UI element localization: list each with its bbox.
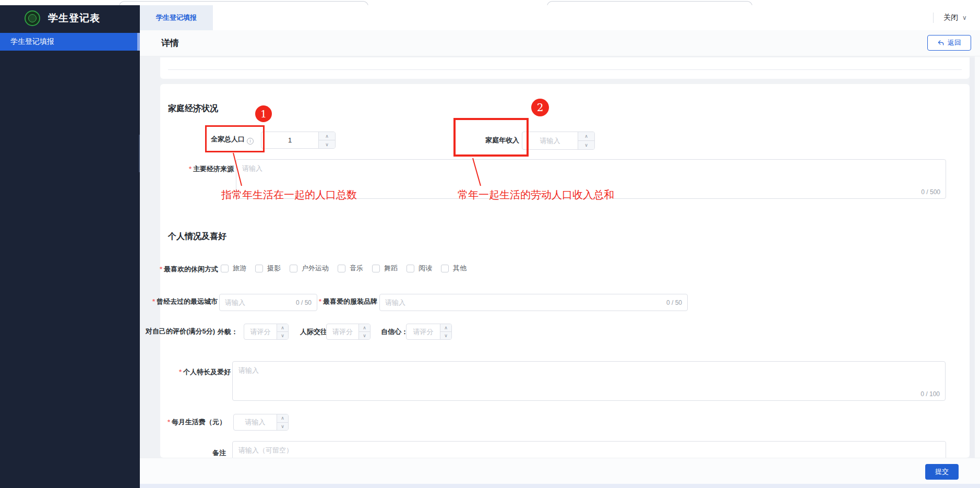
favorite-brand-input[interactable]: 请输入 0 / 50 xyxy=(379,294,688,311)
checkbox-icon[interactable] xyxy=(407,265,414,272)
checkbox-icon[interactable] xyxy=(255,265,263,272)
previous-section-card xyxy=(160,57,970,79)
checkbox-icon[interactable] xyxy=(441,265,449,272)
income-source-placeholder: 请输入 xyxy=(242,164,262,173)
rating-confidence-label: 自信心： xyxy=(381,327,408,337)
rating-social-input[interactable]: 请评分 ∧ ∨ xyxy=(326,324,371,340)
tab-label: 学生登记填报 xyxy=(156,13,197,22)
required-mark: * xyxy=(168,418,170,426)
favorite-brand-placeholder: 请输入 xyxy=(385,298,666,307)
monthly-expense-input[interactable]: 请输入 ∧ ∨ xyxy=(233,414,289,431)
increment-icon[interactable]: ∧ xyxy=(359,324,370,332)
footer-bar: 提交 xyxy=(140,458,980,484)
decrement-icon[interactable]: ∨ xyxy=(277,332,288,339)
rating-confidence-input[interactable]: 请评分 ∧ ∨ xyxy=(406,324,452,340)
annual-income-spinner: ∧ ∨ xyxy=(578,132,594,149)
page-gutter xyxy=(975,56,980,458)
remark-placeholder: 请输入（可留空） xyxy=(238,446,293,455)
rating-appearance-placeholder[interactable]: 请评分 xyxy=(244,324,277,339)
increment-icon[interactable]: ∧ xyxy=(440,324,451,332)
remark-textarea-clip: 请输入（可留空） xyxy=(232,441,946,458)
sidebar-item-label: 学生登记填报 xyxy=(10,37,54,46)
rating-appearance-input[interactable]: 请评分 ∧ ∨ xyxy=(244,324,289,340)
footer-strip xyxy=(140,484,980,488)
rating-confidence-placeholder[interactable]: 请评分 xyxy=(407,324,440,339)
leisure-checkbox-item[interactable]: 户外运动 xyxy=(290,264,329,273)
talents-textarea[interactable]: 请输入 0 / 100 xyxy=(232,361,946,401)
section-title-personal: 个人情况及喜好 xyxy=(168,231,226,242)
annual-income-placeholder[interactable]: 请输入 xyxy=(522,132,578,149)
talents-placeholder: 请输入 xyxy=(238,366,259,375)
submit-button[interactable]: 提交 xyxy=(925,464,959,480)
decrement-icon[interactable]: ∨ xyxy=(319,140,335,148)
leisure-checkbox-item[interactable]: 旅游 xyxy=(221,264,246,273)
leisure-label: *最喜欢的休闲方式 xyxy=(130,265,218,273)
income-source-counter: 0 / 500 xyxy=(921,188,940,196)
label-text: 每月生活费（元） xyxy=(172,418,226,426)
required-mark: * xyxy=(189,165,192,173)
annotation-badge-2: 2 xyxy=(531,99,549,116)
back-label: 返回 xyxy=(948,38,961,47)
family-size-value[interactable]: 1 xyxy=(261,132,318,148)
leisure-checkbox-item[interactable]: 阅读 xyxy=(407,264,432,273)
monthly-expense-spinner: ∧ ∨ xyxy=(277,414,288,430)
increment-icon[interactable]: ∧ xyxy=(277,324,288,332)
sidebar-item-student-registration[interactable]: 学生登记填报 xyxy=(0,33,140,51)
university-logo-icon xyxy=(25,10,40,26)
increment-icon[interactable]: ∧ xyxy=(319,132,335,140)
close-menu[interactable]: 关闭 ∨ xyxy=(943,5,967,30)
talents-label: *个人特长及爱好 xyxy=(151,368,231,376)
close-label: 关闭 xyxy=(943,13,958,22)
decrement-icon[interactable]: ∨ xyxy=(277,423,288,431)
back-button[interactable]: 返回 xyxy=(927,35,971,51)
chevron-down-icon: ∨ xyxy=(962,14,967,21)
app-window: 学生登记表 学生登记填报 学生登记填报 关闭 ∨ 详情 返回 xyxy=(0,0,980,488)
talents-counter: 0 / 100 xyxy=(921,390,940,398)
checkbox-label: 旅游 xyxy=(233,264,246,273)
checkbox-label: 音乐 xyxy=(350,264,363,273)
annotation-note-2: 常年一起生活的劳动人口收入总和 xyxy=(458,188,614,202)
leisure-checkbox-item[interactable]: 摄影 xyxy=(255,264,281,273)
page-title: 详情 xyxy=(161,37,179,49)
sidebar-logo-row: 学生登记表 xyxy=(0,5,140,31)
annotation-box-family-size xyxy=(205,125,265,152)
annotation-note-1: 指常年生活在一起的人口总数 xyxy=(221,188,357,202)
label-text: 个人特长及爱好 xyxy=(183,368,231,376)
sidebar: 学生登记表 学生登记填报 xyxy=(0,5,140,488)
decrement-icon[interactable]: ∨ xyxy=(359,332,370,339)
checkbox-icon[interactable] xyxy=(338,265,345,272)
app-title: 学生登记表 xyxy=(48,11,100,25)
rating-appearance-spinner: ∧ ∨ xyxy=(277,324,288,339)
remark-label: 备注 xyxy=(146,449,226,457)
tab-student-registration[interactable]: 学生登记填报 xyxy=(140,5,213,30)
increment-icon[interactable]: ∧ xyxy=(578,132,594,141)
increment-icon[interactable]: ∧ xyxy=(277,414,288,423)
monthly-expense-placeholder[interactable]: 请输入 xyxy=(234,414,277,430)
divider xyxy=(933,13,934,23)
checkbox-icon[interactable] xyxy=(221,265,229,272)
favorite-brand-label: *最喜爱的服装品牌 xyxy=(303,297,377,306)
rating-social-placeholder[interactable]: 请评分 xyxy=(327,324,358,339)
back-arrow-icon xyxy=(937,39,945,46)
scrollbar-track[interactable] xyxy=(970,57,975,458)
annotation-badge-1: 1 xyxy=(255,105,272,122)
rating-appearance-label: 外貌： xyxy=(218,327,238,337)
decrement-icon[interactable]: ∨ xyxy=(440,332,451,339)
label-text: 最喜欢的休闲方式 xyxy=(164,265,218,273)
leisure-checkbox-item[interactable]: 舞蹈 xyxy=(372,264,398,273)
remark-textarea[interactable]: 请输入（可留空） xyxy=(232,441,946,458)
income-source-label: *主要经济来源 xyxy=(162,165,234,173)
checkbox-icon[interactable] xyxy=(372,265,380,272)
section-title-economy: 家庭经济状况 xyxy=(168,103,218,114)
required-mark: * xyxy=(319,297,321,305)
divider xyxy=(168,69,962,70)
family-size-input[interactable]: 1 ∧ ∨ xyxy=(261,132,336,149)
checkbox-label: 舞蹈 xyxy=(384,264,398,273)
checkbox-icon[interactable] xyxy=(290,265,297,272)
annual-income-input[interactable]: 请输入 ∧ ∨ xyxy=(522,132,595,150)
leisure-checkbox-item[interactable]: 音乐 xyxy=(338,264,363,273)
decrement-icon[interactable]: ∨ xyxy=(578,141,594,149)
leisure-checkbox-item[interactable]: 其他 xyxy=(441,264,467,273)
family-size-spinner: ∧ ∨ xyxy=(318,132,335,148)
self-rating-label: 对自己的评价(满分5分) xyxy=(125,327,215,336)
